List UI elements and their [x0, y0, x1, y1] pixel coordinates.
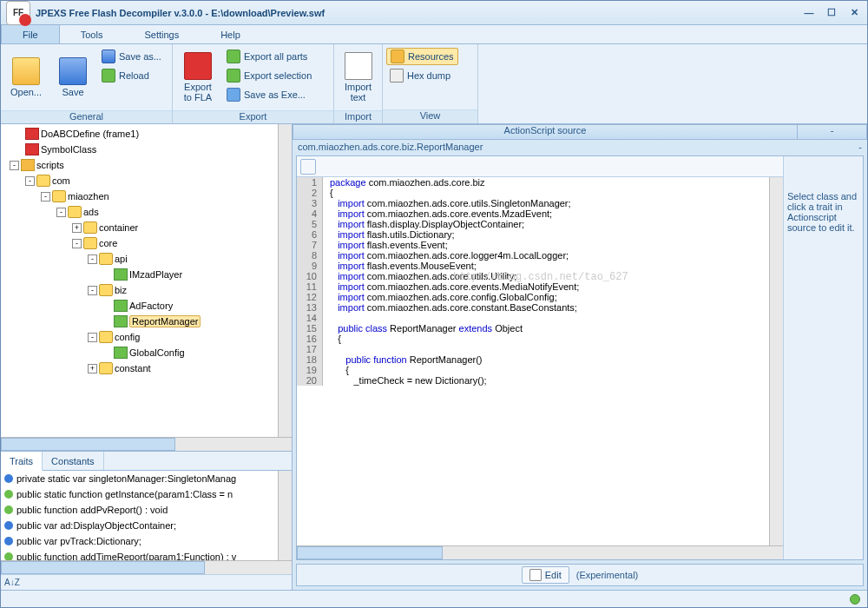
import-text-button[interactable]: Import text	[338, 48, 378, 107]
collapse-icon[interactable]: -	[25, 176, 35, 186]
tree-node[interactable]: -config	[3, 329, 276, 345]
trait-item[interactable]: public function addTimeReport(param1:Fun…	[1, 549, 278, 560]
trait-item[interactable]: public var pvTrack:Dictionary;	[1, 533, 278, 549]
left-pane: DoABCDefine (frame1) SymbolClass -script…	[1, 124, 293, 590]
collapse-icon[interactable]: -	[56, 208, 66, 217]
group-export-label: Export	[173, 110, 333, 123]
maximize-button[interactable]: ☐	[824, 5, 839, 21]
watermark-text: http://blog.csdn.net/tao_627	[453, 271, 628, 283]
code-toolbar	[297, 156, 783, 177]
saveas-icon	[102, 50, 115, 63]
export-selection-button[interactable]: Export selection	[223, 67, 315, 84]
source-panel-minibar[interactable]: -	[798, 124, 867, 140]
tree-node[interactable]: SymbolClass	[3, 142, 276, 157]
tree-node[interactable]: -com	[3, 173, 276, 188]
group-general-label: General	[1, 110, 172, 123]
info-pane: Select class and click a trait in Action…	[783, 156, 863, 559]
tree-node[interactable]: AdFactory	[3, 298, 276, 314]
trait-item[interactable]: public function addPvReport() : void	[1, 502, 278, 518]
menu-file[interactable]: File	[1, 25, 60, 43]
tree-node[interactable]: IMzadPlayer	[3, 267, 276, 282]
trait-item[interactable]: public var ad:DisplayObjectContainer;	[1, 518, 278, 533]
hex-icon	[390, 69, 404, 83]
tree-vscrollbar[interactable]	[278, 124, 292, 437]
export-to-fla-button[interactable]: Export to FLA	[176, 48, 220, 107]
tree-node[interactable]: -biz	[3, 282, 276, 298]
tree-node[interactable]: GlobalConfig	[3, 345, 276, 360]
class-icon	[114, 315, 128, 327]
save-button[interactable]: Save	[51, 48, 95, 107]
trait-item[interactable]: private static var singletonManager:Sing…	[1, 471, 278, 486]
export-all-parts-button[interactable]: Export all parts	[223, 48, 315, 65]
trait-item[interactable]: public static function getInstance(param…	[1, 486, 278, 502]
export-all-icon	[227, 50, 240, 63]
collapse-icon[interactable]: -	[72, 239, 82, 248]
tree-node[interactable]: -miaozhen	[3, 188, 276, 204]
tree-node[interactable]: DoABCDefine (frame1)	[3, 126, 276, 142]
code-hscrollbar[interactable]	[297, 545, 783, 559]
save-as-exe-button[interactable]: Save as Exe...	[223, 86, 315, 103]
export-sel-icon	[227, 69, 240, 83]
code-editor[interactable]: 1package com.miaozhen.ads.core.biz2{3 im…	[297, 177, 769, 545]
package-icon	[83, 237, 97, 249]
field-icon	[4, 521, 13, 530]
code-vscrollbar[interactable]	[769, 177, 783, 545]
menu-help[interactable]: Help	[200, 25, 261, 43]
fla-icon	[184, 52, 212, 80]
tree-view[interactable]: DoABCDefine (frame1) SymbolClass -script…	[1, 124, 278, 437]
resources-button[interactable]: Resources	[386, 48, 458, 65]
tree-node[interactable]: -api	[3, 251, 276, 267]
field-icon	[4, 537, 13, 545]
menu-settings[interactable]: Settings	[123, 25, 200, 43]
collapse-icon[interactable]: -	[41, 192, 50, 202]
tag-icon	[25, 128, 39, 140]
experimental-label: (Experimental)	[576, 570, 639, 580]
open-button[interactable]: Open...	[4, 48, 48, 107]
package-icon	[36, 175, 50, 187]
method-icon	[4, 490, 13, 499]
reload-button[interactable]: Reload	[98, 67, 165, 84]
sort-bar[interactable]: A↓Z	[1, 574, 292, 590]
content-area: DoABCDefine (frame1) SymbolClass -script…	[1, 124, 867, 590]
right-pane: ActionScript source - com.miaozhen.ads.c…	[293, 124, 867, 590]
save-as-button[interactable]: Save as...	[98, 48, 165, 65]
tree-node-selected[interactable]: ReportManager	[3, 314, 276, 329]
collapse-icon[interactable]: -	[88, 333, 97, 342]
traits-vscrollbar[interactable]	[278, 471, 292, 560]
edit-button[interactable]: Edit	[522, 566, 569, 584]
menu-tools[interactable]: Tools	[60, 25, 124, 43]
tree-node[interactable]: -scripts	[3, 157, 276, 173]
tree-node[interactable]: +constant	[3, 360, 276, 376]
statusbar	[1, 590, 867, 607]
collapse-icon[interactable]: -	[88, 286, 97, 295]
collapse-icon[interactable]: -	[88, 254, 97, 264]
ribbon: Open... Save Save as... Reload Export Ge…	[1, 44, 867, 124]
package-icon	[99, 253, 113, 265]
class-icon	[114, 347, 128, 359]
tree-node[interactable]: +container	[3, 220, 276, 235]
traits-pane: Traits Constants private static var sing…	[1, 451, 292, 590]
traits-hscrollbar[interactable]	[1, 560, 292, 574]
expand-icon[interactable]: +	[88, 364, 97, 373]
method-icon	[4, 552, 13, 560]
folder-icon	[21, 159, 35, 171]
close-button[interactable]: ✕	[846, 5, 862, 21]
package-icon	[99, 331, 113, 343]
tree-node[interactable]: -core	[3, 235, 276, 251]
package-icon	[68, 206, 82, 218]
expand-icon[interactable]: +	[72, 223, 82, 233]
save-disk-icon	[59, 57, 87, 85]
hex-dump-button[interactable]: Hex dump	[386, 67, 458, 84]
open-folder-icon	[12, 57, 40, 85]
code-tool-button[interactable]	[300, 159, 316, 175]
traits-list[interactable]: private static var singletonManager:Sing…	[1, 471, 278, 560]
tree-node[interactable]: -ads	[3, 204, 276, 220]
menubar: File Tools Settings Help	[1, 25, 867, 44]
source-panel-title: ActionScript source	[293, 124, 798, 140]
traits-tab[interactable]: Traits	[1, 452, 43, 471]
app-logo-icon: FF	[6, 1, 30, 25]
tree-hscrollbar[interactable]	[1, 437, 292, 451]
constants-tab[interactable]: Constants	[43, 452, 104, 470]
minimize-button[interactable]: —	[801, 5, 817, 21]
collapse-icon[interactable]: -	[10, 161, 19, 170]
